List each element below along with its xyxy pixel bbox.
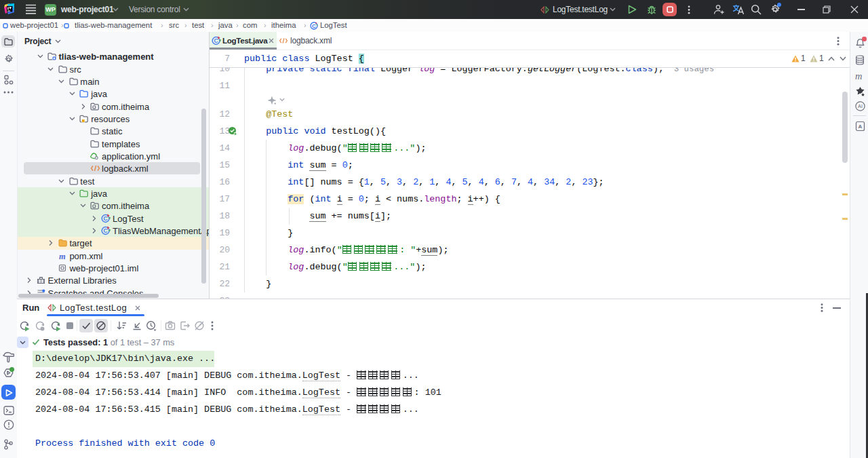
- svg-text:m: m: [59, 252, 66, 260]
- svg-text:AI: AI: [858, 103, 863, 109]
- svg-text:C: C: [104, 215, 108, 222]
- svg-text:C: C: [104, 227, 108, 234]
- svg-text:C: C: [312, 23, 316, 29]
- svg-text:A: A: [859, 123, 863, 130]
- svg-text:C: C: [214, 37, 218, 44]
